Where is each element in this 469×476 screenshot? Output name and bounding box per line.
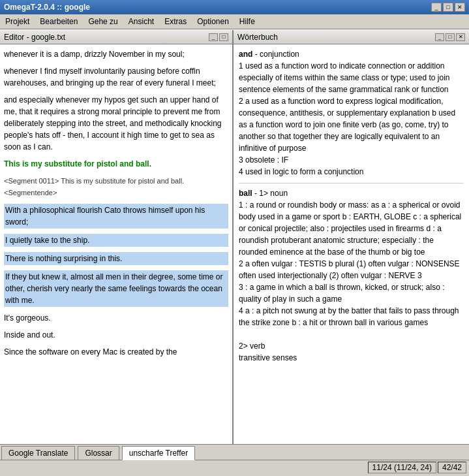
paragraph-3: and especially whenever my hypos get suc… xyxy=(4,94,228,153)
dict-entry-and: and - conjunction 1 used as a function w… xyxy=(239,48,464,178)
tab-google-translate[interactable]: Google Translate xyxy=(1,446,75,460)
menu-bar: Projekt Bearbeiten Gehe zu Ansicht Extra… xyxy=(0,14,469,29)
dict-close-button[interactable]: ✕ xyxy=(456,33,465,41)
paragraph-6: I quietly take to the ship. xyxy=(4,234,228,247)
dict-header-controls: _ □ ✕ xyxy=(435,33,465,41)
minimize-button[interactable]: _ xyxy=(431,3,442,12)
dict-entry-ball: ball - 1> noun 1 : a round or roundish b… xyxy=(239,187,464,364)
app-title: OmegaT-2.0.4 :: google xyxy=(4,3,90,12)
title-bar: OmegaT-2.0.4 :: google _ □ ✕ xyxy=(0,0,469,14)
menu-optionen[interactable]: Optionen xyxy=(194,16,232,27)
status-bar: 11/24 (11/24, 24) 42/42 xyxy=(0,460,469,474)
dict-word-ball: ball xyxy=(239,189,252,198)
tab-glossar[interactable]: Glossar xyxy=(78,446,119,460)
paragraph-5: With a philosophical flourish Cato throw… xyxy=(4,204,228,229)
paragraph-2: whenever I find myself involuntarily pau… xyxy=(4,65,228,89)
dict-content[interactable]: and - conjunction 1 used as a function w… xyxy=(234,44,469,444)
paragraph-8: If they but knew it, almost all men in t… xyxy=(4,270,228,307)
close-button[interactable]: ✕ xyxy=(455,3,465,12)
editor-pane: Editor - google.txt _ □ whenever it is a… xyxy=(0,30,234,444)
tabs-bar: Google Translate Glossar unscharfe Treff… xyxy=(0,444,469,460)
menu-projekt[interactable]: Projekt xyxy=(3,16,32,27)
bold-green-text: This is my substitute for pistol and bal… xyxy=(4,159,151,168)
status-total: 42/42 xyxy=(438,462,466,473)
maximize-button[interactable]: □ xyxy=(443,3,453,12)
editor-title: Editor - google.txt xyxy=(4,33,65,42)
main-container: Editor - google.txt _ □ whenever it is a… xyxy=(0,29,469,444)
dictionary-pane: Wörterbuch _ □ ✕ and - conjunction 1 use… xyxy=(234,30,469,444)
dict-title: Wörterbuch xyxy=(237,33,278,42)
title-bar-controls: _ □ ✕ xyxy=(431,3,465,12)
paragraph-1: whenever it is a damp, drizzly November … xyxy=(4,48,228,60)
editor-minimize-button[interactable]: _ xyxy=(209,33,218,41)
paragraph-4-bold: This is my substitute for pistol and bal… xyxy=(4,158,228,170)
editor-header: Editor - google.txt _ □ xyxy=(0,30,232,44)
dict-word-and: and xyxy=(239,50,252,59)
status-position: 11/24 (11/24, 24) xyxy=(368,462,436,473)
tab-unscharfe-treffer[interactable]: unscharfe Treffer xyxy=(122,446,196,460)
menu-hilfe[interactable]: Hilfe xyxy=(237,16,258,27)
paragraph-10: Inside and out. xyxy=(4,329,228,341)
paragraph-9: It's gorgeous. xyxy=(4,312,228,324)
paragraph-11: Since the software on every Mac is creat… xyxy=(4,346,228,358)
dict-divider xyxy=(239,183,464,183)
menu-extras[interactable]: Extras xyxy=(162,16,189,27)
dict-minimize-button[interactable]: _ xyxy=(435,33,444,41)
menu-ansicht[interactable]: Ansicht xyxy=(126,16,157,27)
menu-gehe-zu[interactable]: Gehe zu xyxy=(85,16,120,27)
editor-maximize-button[interactable]: □ xyxy=(219,33,228,41)
dict-maximize-button[interactable]: □ xyxy=(446,33,455,41)
paragraph-7: There is nothing surprising in this. xyxy=(4,252,228,265)
editor-content[interactable]: whenever it is a damp, drizzly November … xyxy=(0,44,232,444)
paragraph-4-segment: <Segment 0011> This is my substitute for… xyxy=(4,175,228,198)
editor-header-controls: _ □ xyxy=(209,33,228,41)
dict-header: Wörterbuch _ □ ✕ xyxy=(234,30,469,44)
menu-bearbeiten[interactable]: Bearbeiten xyxy=(37,16,80,27)
